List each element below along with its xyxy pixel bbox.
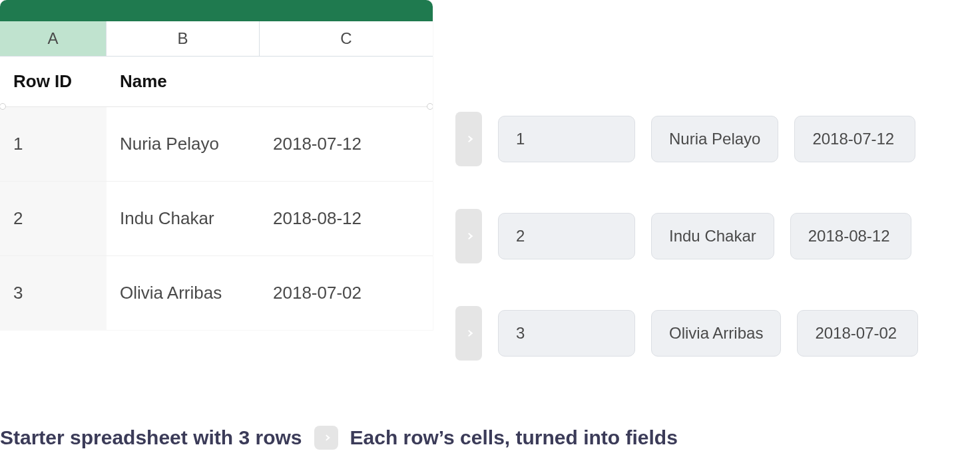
caption-left: Starter spreadsheet with 3 rows (0, 426, 302, 449)
header-cell-empty[interactable] (260, 57, 433, 106)
column-headers: A B C (0, 21, 433, 57)
arrow-right-icon (455, 209, 482, 263)
cell-rowid[interactable]: 3 (0, 256, 107, 330)
field-chip-id: 3 (498, 310, 635, 357)
field-chip-name: Olivia Arribas (651, 310, 781, 357)
cell-date[interactable]: 2018-07-02 (260, 256, 433, 330)
caption-right: Each row’s cells, turned into fields (350, 426, 678, 449)
column-header-b[interactable]: B (107, 21, 260, 56)
arrow-right-icon (455, 112, 482, 166)
header-cell-rowid[interactable]: Row ID (0, 57, 107, 106)
cell-date[interactable]: 2018-07-12 (260, 107, 433, 181)
cell-date[interactable]: 2018-08-12 (260, 182, 433, 255)
field-row: 1 Nuria Pelayo 2018-07-12 (455, 112, 918, 166)
field-chip-date: 2018-07-02 (797, 310, 918, 357)
table-row: 2 Indu Chakar 2018-08-12 (0, 182, 433, 256)
column-header-a[interactable]: A (0, 21, 107, 56)
arrow-right-icon (314, 426, 338, 450)
spreadsheet-titlebar (0, 0, 433, 21)
cell-name[interactable]: Olivia Arribas (107, 256, 260, 330)
field-row: 2 Indu Chakar 2018-08-12 (455, 209, 918, 263)
header-cell-name[interactable]: Name (107, 57, 260, 106)
field-chip-id: 2 (498, 213, 635, 259)
field-chip-name: Indu Chakar (651, 213, 774, 259)
cell-name[interactable]: Indu Chakar (107, 182, 260, 255)
captions: Starter spreadsheet with 3 rows Each row… (0, 426, 678, 450)
cell-rowid[interactable]: 2 (0, 182, 107, 255)
field-row: 3 Olivia Arribas 2018-07-02 (455, 306, 918, 361)
field-chip-date: 2018-07-12 (794, 116, 915, 162)
cell-rowid[interactable]: 1 (0, 107, 107, 181)
arrow-right-icon (455, 306, 482, 361)
spreadsheet: A B C Row ID Name 1 Nuria Pelayo 2018-07… (0, 0, 433, 330)
field-chip-id: 1 (498, 116, 635, 162)
table-row: 1 Nuria Pelayo 2018-07-12 (0, 107, 433, 182)
field-chip-date: 2018-08-12 (790, 213, 911, 259)
cell-name[interactable]: Nuria Pelayo (107, 107, 260, 181)
field-chip-name: Nuria Pelayo (651, 116, 778, 162)
header-row: Row ID Name (0, 57, 433, 107)
table-row: 3 Olivia Arribas 2018-07-02 (0, 256, 433, 330)
fields-column: 1 Nuria Pelayo 2018-07-12 2 Indu Chakar … (455, 0, 918, 361)
selection-handle-right[interactable] (427, 103, 433, 110)
column-header-c[interactable]: C (260, 21, 433, 56)
